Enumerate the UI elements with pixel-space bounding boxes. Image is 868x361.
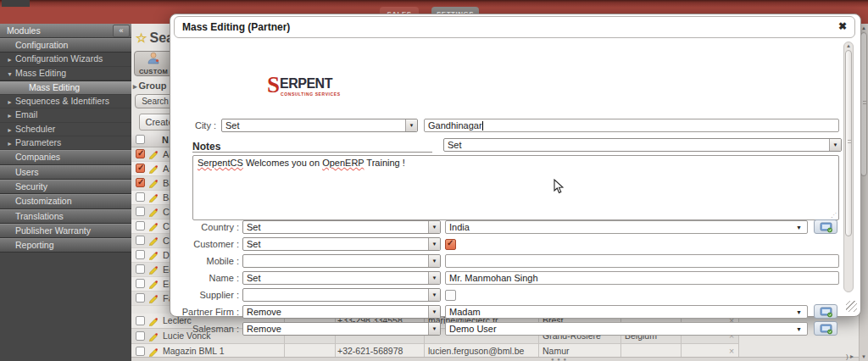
dropdown-arrow-icon[interactable]: ▼ <box>829 139 841 151</box>
sidebar-item[interactable]: Mass Editing <box>0 81 131 95</box>
country-value-combo[interactable]: India▼ <box>445 220 808 234</box>
row-checkbox[interactable] <box>136 221 145 230</box>
row-checkbox[interactable] <box>136 331 145 341</box>
dropdown-arrow-icon[interactable]: ▼ <box>428 289 440 301</box>
group-by-header[interactable]: ▸Group <box>133 81 167 91</box>
dropdown-arrow-icon[interactable]: ▼ <box>428 255 440 267</box>
city-action-select[interactable]: Set ▼ <box>221 119 418 132</box>
group-caret-icon: ▸ <box>133 82 137 91</box>
notes-textarea[interactable]: SerpentCS Welcomes you on OpenERP Traini… <box>192 155 839 220</box>
partner-name: D <box>163 250 170 260</box>
dropdown-arrow-icon[interactable]: ▼ <box>796 326 802 332</box>
open-record-button[interactable] <box>814 321 837 336</box>
row-checkbox[interactable] <box>136 192 145 202</box>
notes-action-select[interactable]: Set ▼ <box>443 138 842 152</box>
customer-checkbox[interactable] <box>445 239 456 250</box>
row-checkbox[interactable] <box>136 279 145 288</box>
dropdown-arrow-icon[interactable]: ▼ <box>428 272 440 284</box>
sidebar-item[interactable]: ►Parameters <box>0 136 131 150</box>
notes-text-part: SerpentCS <box>198 158 243 168</box>
supplier-action-select[interactable]: ▼ <box>242 288 441 302</box>
scroll-up-icon[interactable]: ▲ <box>844 43 853 48</box>
sidebar-item[interactable]: Configuration <box>0 38 131 53</box>
sidebar-item[interactable]: ►Sequences & Identifiers <box>0 95 131 108</box>
city-field-label: City : <box>174 120 216 131</box>
dropdown-arrow-icon[interactable]: ▼ <box>428 238 440 250</box>
sidebar-item[interactable]: ►Scheduler <box>0 123 131 136</box>
customers-filter-button[interactable]: CUSTOM <box>134 51 173 76</box>
mobile-action-select[interactable]: ▼ <box>242 254 441 268</box>
horizontal-scrollbar[interactable] <box>131 357 868 361</box>
select-all-checkbox[interactable] <box>136 135 145 144</box>
dialog-title: Mass Editing (Partner) <box>182 21 290 33</box>
sidebar-item-label: Reporting <box>15 240 54 250</box>
open-record-button[interactable] <box>814 304 837 319</box>
dialog-resize-handle[interactable] <box>846 301 857 312</box>
mobile-value-input[interactable] <box>445 254 839 268</box>
sidebar-item[interactable]: Security <box>0 180 131 194</box>
dropdown-arrow-icon[interactable]: ▼ <box>428 323 440 335</box>
textarea-resize-icon[interactable]: ⋰ <box>831 212 837 219</box>
pencil-icon[interactable] <box>147 293 159 308</box>
close-icon[interactable]: ✖ <box>838 20 847 32</box>
row-checkbox[interactable] <box>136 207 145 216</box>
row-checkbox[interactable] <box>136 347 145 356</box>
star-icon[interactable]: ☆ <box>136 31 147 45</box>
open-record-button[interactable] <box>814 219 837 234</box>
name-value-input[interactable]: Mr. Manmohan Singh <box>445 271 839 285</box>
supplier-checkbox[interactable] <box>445 290 456 301</box>
salesman-action-select[interactable]: Remove▼ <box>242 322 441 336</box>
sidebar-item[interactable]: ▼Mass Editing <box>0 67 131 81</box>
partner-firm-action-select[interactable]: Remove▼ <box>242 305 441 319</box>
dropdown-arrow-icon[interactable]: ▼ <box>796 225 802 230</box>
dialog-scrollbar-thumb[interactable] <box>845 50 852 236</box>
delete-row-icon[interactable]: × <box>725 346 738 356</box>
dropdown-arrow-icon[interactable]: ▼ <box>428 306 440 318</box>
salesman-value-combo[interactable]: Demo User▼ <box>445 322 808 336</box>
logo-initial: S <box>267 72 280 98</box>
row-checkbox[interactable] <box>136 164 145 173</box>
sidebar-item[interactable]: Reporting <box>0 238 131 253</box>
sidebar-item[interactable]: Customization <box>0 194 131 208</box>
logo-tagline: CONSULTING SERVICES <box>281 92 341 97</box>
notes-text-part: Welcomes you on <box>246 158 322 168</box>
sidebar: Modules « Configuration ►Configuration W… <box>0 24 131 361</box>
sidebar-collapse-button[interactable]: « <box>113 25 130 37</box>
name-action-select[interactable]: Set▼ <box>242 271 441 285</box>
name-column-header[interactable]: N <box>162 135 169 145</box>
sidebar-item[interactable]: Users <box>0 165 131 180</box>
row-checkbox[interactable] <box>136 178 145 187</box>
dropdown-arrow-icon[interactable]: ▼ <box>428 221 440 233</box>
sidebar-item-label: Scheduler <box>15 124 55 134</box>
sidebar-item-label: Configuration Wizards <box>15 53 103 64</box>
country-action-select[interactable]: Set▼ <box>242 220 441 234</box>
dropdown-arrow-icon[interactable]: ▼ <box>796 309 802 315</box>
customer-action-select[interactable]: Set▼ <box>242 237 441 251</box>
supplier-field-label: Supplier : <box>174 290 239 300</box>
sidebar-item[interactable]: ►Configuration Wizards <box>0 53 131 66</box>
row-checkbox[interactable] <box>136 250 145 259</box>
dialog-titlebar[interactable]: Mass Editing (Partner) ✖ <box>174 16 855 38</box>
row-checkbox[interactable] <box>136 149 145 158</box>
dropdown-arrow-icon[interactable]: ▼ <box>405 119 417 131</box>
scroll-right-arrows[interactable]: ) ▸ <box>846 353 854 360</box>
sidebar-item-label: Security <box>15 181 47 192</box>
window-scrollbar-thumb[interactable] <box>860 32 867 176</box>
dialog-scrollbar[interactable]: ▲ <box>843 42 854 292</box>
row-checkbox[interactable] <box>136 293 145 303</box>
sidebar-item[interactable]: Publisher Warranty <box>0 224 131 238</box>
scrollbar-grip-icon <box>863 101 866 104</box>
scroll-down-icon[interactable]: ▼ <box>860 354 868 359</box>
row-checkbox[interactable] <box>136 264 145 274</box>
text-cursor <box>482 121 483 131</box>
city-value-input[interactable]: Gandhinagar <box>424 119 839 132</box>
sidebar-item[interactable]: Companies <box>0 150 131 164</box>
sidebar-item[interactable]: Translations <box>0 209 131 224</box>
sidebar-header-modules[interactable]: Modules « <box>0 24 131 38</box>
sidebar-item[interactable]: ►Email <box>0 108 131 122</box>
sidebar-item-label: Customization <box>15 196 72 206</box>
sidebar-item-label: Mass Editing <box>29 82 80 92</box>
partner-firm-value-combo[interactable]: Madam▼ <box>445 305 808 319</box>
row-checkbox[interactable] <box>136 236 145 245</box>
row-checkbox[interactable] <box>136 316 145 325</box>
